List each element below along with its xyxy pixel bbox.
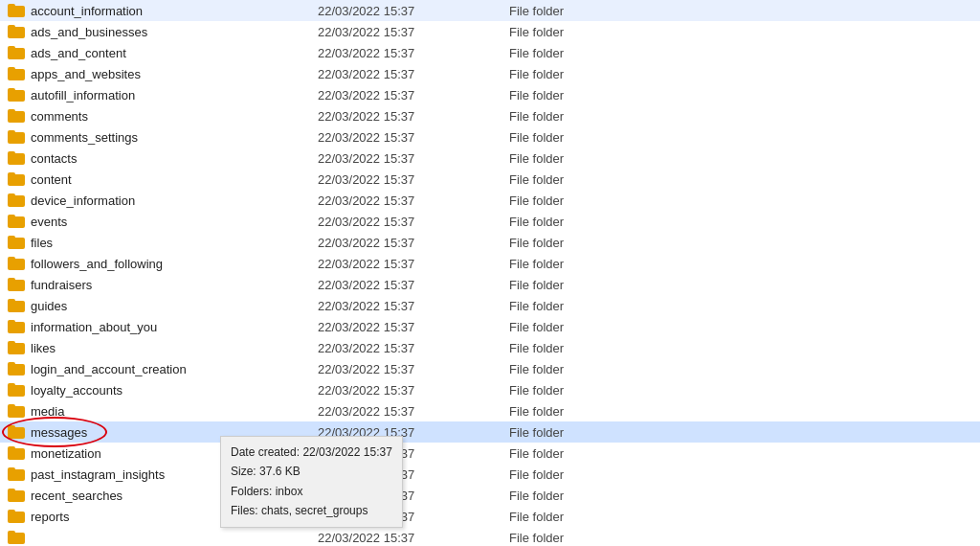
- file-type: File folder: [509, 193, 972, 208]
- file-name: login_and_account_creation: [31, 362, 318, 376]
- file-date: 22/03/2022 15:37: [318, 510, 509, 524]
- table-row[interactable]: messages22/03/2022 15:37File folder: [0, 421, 980, 443]
- table-row[interactable]: comments22/03/2022 15:37File folder: [0, 105, 980, 126]
- file-type: File folder: [509, 4, 972, 18]
- folder-icon: [8, 467, 25, 481]
- file-date: 22/03/2022 15:37: [318, 362, 509, 376]
- file-name: guides: [31, 299, 318, 313]
- folder-icon: [8, 341, 25, 354]
- file-date: 22/03/2022 15:37: [318, 109, 509, 124]
- table-row[interactable]: apps_and_websites22/03/2022 15:37File fo…: [0, 63, 980, 84]
- file-date: 22/03/2022 15:37: [318, 4, 509, 18]
- file-type: File folder: [509, 341, 972, 355]
- file-date: 22/03/2022 15:37: [318, 531, 509, 545]
- file-type: File folder: [509, 88, 972, 102]
- file-type: File folder: [509, 46, 972, 60]
- file-type: File folder: [509, 510, 972, 524]
- file-date: 22/03/2022 15:37: [318, 25, 509, 39]
- table-row[interactable]: fundraisers22/03/2022 15:37File folder: [0, 274, 980, 295]
- folder-icon: [8, 383, 25, 397]
- folder-icon: [8, 88, 25, 102]
- file-name: past_instagram_insights: [31, 467, 318, 482]
- table-row[interactable]: ads_and_businesses22/03/2022 15:37File f…: [0, 21, 980, 42]
- table-row[interactable]: autofill_information22/03/2022 15:37File…: [0, 84, 980, 105]
- file-type: File folder: [509, 130, 972, 145]
- table-row[interactable]: files22/03/2022 15:37File folder: [0, 232, 980, 253]
- folder-icon: [8, 257, 25, 270]
- table-row[interactable]: media22/03/2022 15:37File folder: [0, 400, 980, 421]
- file-name: media: [31, 404, 318, 419]
- file-type: File folder: [509, 425, 972, 440]
- file-type: File folder: [509, 362, 972, 376]
- file-name: content: [31, 172, 318, 187]
- file-date: 22/03/2022 15:37: [318, 151, 509, 166]
- file-name: comments: [31, 109, 318, 124]
- folder-icon: [8, 109, 25, 123]
- file-name: likes: [31, 341, 318, 355]
- file-type: File folder: [509, 67, 972, 81]
- folder-icon: [8, 425, 25, 439]
- file-name: ads_and_content: [31, 46, 318, 60]
- file-name: messages: [31, 425, 318, 440]
- file-name: reports: [31, 510, 318, 524]
- folder-icon: [8, 130, 25, 144]
- file-name: comments_settings: [31, 130, 318, 145]
- file-type: File folder: [509, 172, 972, 187]
- file-name: recent_searches: [31, 489, 318, 503]
- file-type: File folder: [509, 299, 972, 313]
- folder-icon: [8, 489, 25, 502]
- folder-icon: [8, 67, 25, 80]
- table-row[interactable]: loyalty_accounts22/03/2022 15:37File fol…: [0, 379, 980, 400]
- file-name: fundraisers: [31, 278, 318, 292]
- folder-icon: [8, 299, 25, 312]
- folder-icon: [8, 46, 25, 59]
- table-row[interactable]: comments_settings22/03/2022 15:37File fo…: [0, 126, 980, 148]
- file-date: 22/03/2022 15:37: [318, 383, 509, 398]
- table-row[interactable]: reports22/03/2022 15:37File folder: [0, 506, 980, 527]
- file-date: 22/03/2022 15:37: [318, 489, 509, 503]
- table-row[interactable]: ads_and_content22/03/2022 15:37File fold…: [0, 42, 980, 63]
- file-date: 22/03/2022 15:37: [318, 446, 509, 461]
- table-row[interactable]: contacts22/03/2022 15:37File folder: [0, 148, 980, 169]
- table-row[interactable]: likes22/03/2022 15:37File folder: [0, 337, 980, 358]
- folder-icon: [8, 215, 25, 228]
- folder-icon: [8, 25, 25, 38]
- table-row[interactable]: information_about_you22/03/2022 15:37Fil…: [0, 316, 980, 337]
- file-date: 22/03/2022 15:37: [318, 88, 509, 102]
- folder-icon: [8, 510, 25, 523]
- file-date: 22/03/2022 15:37: [318, 278, 509, 292]
- file-list[interactable]: account_information22/03/2022 15:37File …: [0, 0, 980, 546]
- file-type: File folder: [509, 446, 972, 461]
- file-date: 22/03/2022 15:37: [318, 215, 509, 229]
- file-type: File folder: [509, 320, 972, 334]
- file-date: 22/03/2022 15:37: [318, 341, 509, 355]
- table-row[interactable]: 22/03/2022 15:37File folder: [0, 527, 980, 546]
- file-date: 22/03/2022 15:37: [318, 46, 509, 60]
- file-date: 22/03/2022 15:37: [318, 130, 509, 145]
- file-date: 22/03/2022 15:37: [318, 425, 509, 440]
- file-type: File folder: [509, 151, 972, 166]
- table-row[interactable]: events22/03/2022 15:37File folder: [0, 211, 980, 232]
- table-row[interactable]: followers_and_following22/03/2022 15:37F…: [0, 253, 980, 274]
- table-row[interactable]: guides22/03/2022 15:37File folder: [0, 295, 980, 316]
- file-name: ads_and_businesses: [31, 25, 318, 39]
- file-name: files: [31, 236, 318, 250]
- file-type: File folder: [509, 531, 972, 545]
- folder-icon: [8, 172, 25, 186]
- table-row[interactable]: login_and_account_creation22/03/2022 15:…: [0, 358, 980, 379]
- file-name: autofill_information: [31, 88, 318, 102]
- file-name: events: [31, 215, 318, 229]
- table-row[interactable]: content22/03/2022 15:37File folder: [0, 169, 980, 190]
- file-date: 22/03/2022 15:37: [318, 404, 509, 419]
- folder-icon: [8, 4, 25, 17]
- file-date: 22/03/2022 15:37: [318, 193, 509, 208]
- table-row[interactable]: account_information22/03/2022 15:37File …: [0, 0, 980, 21]
- table-row[interactable]: past_instagram_insights22/03/2022 15:37F…: [0, 464, 980, 485]
- table-row[interactable]: recent_searches22/03/2022 15:37File fold…: [0, 485, 980, 506]
- file-type: File folder: [509, 109, 972, 124]
- table-row[interactable]: device_information22/03/2022 15:37File f…: [0, 190, 980, 211]
- file-date: 22/03/2022 15:37: [318, 299, 509, 313]
- table-row[interactable]: monetization22/03/2022 15:37File folder: [0, 443, 980, 464]
- file-type: File folder: [509, 278, 972, 292]
- file-date: 22/03/2022 15:37: [318, 172, 509, 187]
